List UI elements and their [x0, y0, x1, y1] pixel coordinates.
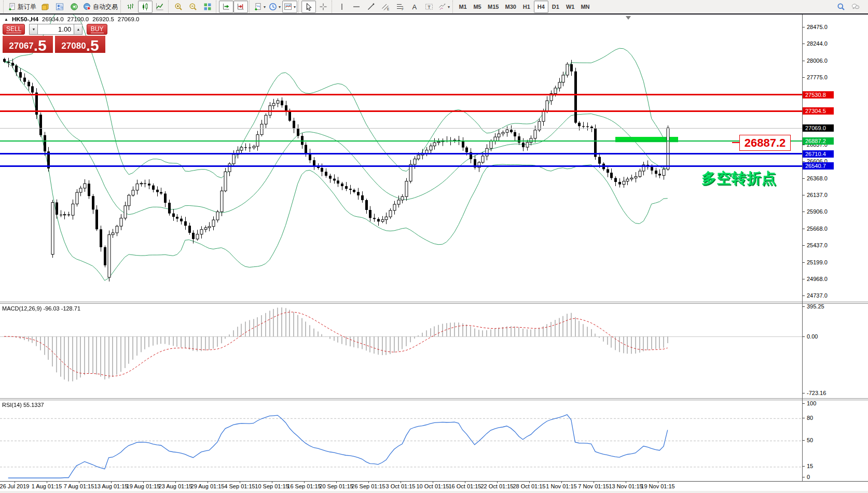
axis-tick-label: 27775.0: [803, 74, 828, 81]
search-button[interactable]: [834, 1, 848, 13]
axis-tick-label: 28475.0: [803, 23, 828, 31]
profiles-button[interactable]: [38, 1, 52, 13]
chat-button[interactable]: [848, 1, 863, 13]
horizontal-line-button[interactable]: [349, 1, 364, 13]
zoom-out-button[interactable]: [186, 1, 200, 13]
axis-tick-dash: [803, 418, 805, 418]
dropdown-caret-icon: ▾: [279, 5, 281, 9]
sell-price-button[interactable]: 27067.5: [3, 36, 53, 53]
axis-tick-text: 26137.0: [807, 192, 828, 198]
chart-shift-button[interactable]: [233, 1, 248, 13]
crosshair-button[interactable]: [316, 1, 330, 13]
svg-text:E: E: [387, 7, 390, 11]
market-watch-button[interactable]: [52, 1, 67, 13]
time-axis-label: 19 Nov 01:15: [641, 483, 674, 489]
rsi-pane[interactable]: [0, 400, 802, 481]
axis-tick-label: 15: [803, 462, 813, 470]
bar-chart-button[interactable]: [123, 1, 138, 13]
one-click-toggle-icon[interactable]: ▲: [4, 17, 8, 22]
cursor-button[interactable]: [301, 1, 316, 13]
timeframe-m15-button[interactable]: M15: [485, 1, 502, 13]
time-axis-label: 29 Aug 01:15: [191, 483, 225, 489]
tile-windows-button[interactable]: [200, 1, 215, 13]
axis-tick-dash: [803, 466, 805, 467]
autotrading-icon: [83, 3, 91, 11]
time-axis-label: 22 Oct 01:15: [481, 483, 514, 489]
volume-input[interactable]: [38, 24, 74, 35]
turning-point-annotation[interactable]: 多空转折点: [701, 168, 777, 188]
equidistant-channel-button[interactable]: E: [378, 1, 393, 13]
candlestick-chart-button[interactable]: [138, 1, 153, 13]
axis-tick-text: 26368.0: [807, 175, 828, 181]
volume-increase-button[interactable]: ▲: [74, 24, 82, 35]
timeframe-m30-button[interactable]: M30: [502, 1, 519, 13]
price-level-callout[interactable]: 26887.2: [739, 135, 791, 151]
vertical-line-button[interactable]: [335, 1, 349, 13]
text-button[interactable]: A: [407, 1, 422, 13]
timeframe-m30-button-label: M30: [503, 4, 517, 10]
axis-tick-dash: [803, 77, 805, 78]
arrows-icon: [438, 3, 446, 11]
periods-button[interactable]: ▾: [267, 1, 282, 13]
axis-tick-dash: [803, 440, 805, 441]
timeframe-m5-button[interactable]: M5: [470, 1, 485, 13]
axis-tick-text: 395.25: [807, 303, 824, 309]
crosshair-icon: [319, 3, 327, 11]
timeframe-mn-button-label: MN: [579, 4, 591, 10]
price-line-label: 27304.5: [803, 107, 834, 115]
axis-tick-dash: [803, 229, 805, 229]
axis-tick-text: 0.00: [807, 333, 818, 340]
axis-tick-text: 24737.0: [807, 292, 828, 299]
indicators-button[interactable]: ▾: [252, 1, 267, 13]
timeframe-w1-button[interactable]: W1: [563, 1, 578, 13]
sell-button[interactable]: SELL: [3, 24, 25, 35]
volume-decrease-button[interactable]: ▼: [29, 24, 38, 35]
axis-tick-label: 50: [803, 436, 813, 444]
axis-tick-label: 25437.0: [803, 242, 828, 249]
buy-button[interactable]: BUY: [87, 24, 107, 35]
timeframe-mn-button[interactable]: MN: [577, 1, 593, 13]
time-axis[interactable]: 26 Jul 20191 Aug 01:157 Aug 01:1513 Aug …: [0, 481, 868, 491]
trendline-button[interactable]: [364, 1, 378, 13]
auto-scroll-button[interactable]: [219, 1, 233, 13]
axis-tick-text: 100: [807, 400, 816, 406]
one-click-trading-panel: SELL ▼ ▲ BUY 27067.5 27080.5: [3, 24, 107, 53]
axis-tick-label: 26137.0: [803, 191, 828, 199]
time-axis-label: 7 Nov 01:15: [578, 483, 609, 489]
autotrading-button[interactable]: 自动交易: [81, 1, 119, 13]
zoom-in-button[interactable]: [171, 1, 186, 13]
market-watch-icon: [56, 3, 64, 11]
time-axis-label: 26 Jul 2019: [0, 483, 29, 489]
timeframe-h1-button[interactable]: H1: [519, 1, 534, 13]
timeframe-w1-button-label: W1: [564, 4, 576, 10]
axis-tick-text: 25906.0: [807, 208, 828, 215]
data-window-button[interactable]: [67, 1, 81, 13]
axis-tick-label: -723.16: [803, 389, 826, 397]
time-axis-label: 26 Sep 01:15: [351, 483, 385, 489]
axis-tick-dash: [803, 403, 805, 404]
autotrading-button-label: 自动交易: [93, 3, 118, 11]
chart-bars-icon: [127, 3, 135, 11]
line-chart-button[interactable]: [153, 1, 167, 13]
new-order-button[interactable]: 新订单: [6, 1, 38, 13]
main-toolbar: 新订单自动交易▾▾▾EFAT▾M1M5M15M30H1H4D1W1MN: [0, 0, 868, 13]
templates-button[interactable]: ▾: [282, 1, 297, 13]
buy-price-button[interactable]: 27080.5: [55, 36, 105, 53]
time-axis-label: 16 Sep 01:15: [287, 483, 321, 489]
axis-tick-label: 0.00: [803, 333, 818, 340]
price-chart-pane[interactable]: [0, 15, 802, 302]
chart-candles-icon: [141, 3, 149, 11]
fibonacci-button[interactable]: F: [393, 1, 407, 13]
timeframe-m1-button[interactable]: M1: [456, 1, 470, 13]
sell-label: SELL: [6, 26, 21, 33]
arrows-button[interactable]: ▾: [436, 1, 451, 13]
macd-pane[interactable]: [0, 304, 802, 398]
timeframe-h4-button[interactable]: H4: [534, 1, 548, 13]
timeframe-d1-button[interactable]: D1: [548, 1, 563, 13]
text-label-button[interactable]: T: [422, 1, 436, 13]
time-axis-label: 13 Aug 01:15: [94, 483, 128, 489]
axis-tick-text: 24968.0: [807, 276, 828, 282]
quote-open: 26934.0: [42, 16, 64, 22]
price-axis[interactable]: 28475.028244.028006.027775.026837.026606…: [803, 15, 868, 481]
axis-tick-text: 25437.0: [807, 242, 828, 248]
